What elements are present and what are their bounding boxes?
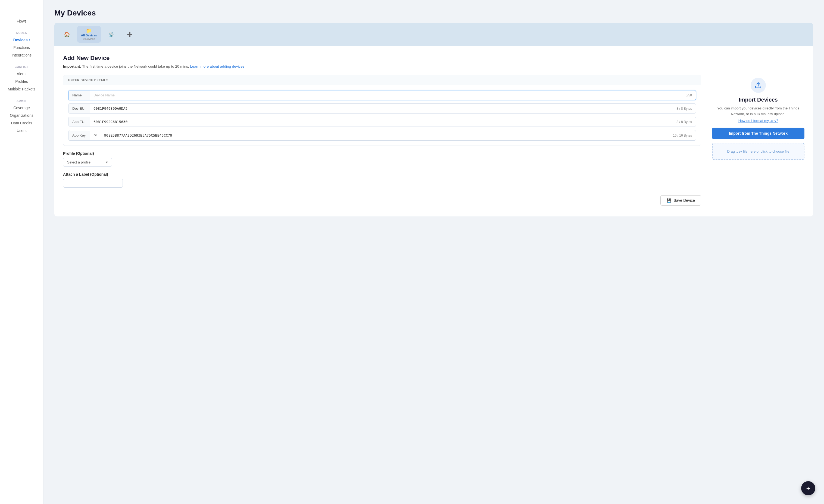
content-card: Add New Device Important: The first time… [55, 46, 813, 217]
name-label: Name [69, 91, 90, 100]
attach-label-section: Attach a Label (Optional) [63, 172, 701, 187]
app-key-label: App Key [69, 131, 90, 140]
sidebar-configs-section: CONFIGS Alerts Profiles Multiple Packets [0, 66, 43, 93]
sidebar-item-coverage[interactable]: Coverage [0, 104, 43, 112]
all-devices-sub: 0 Devices [83, 37, 95, 40]
sidebar-item-integrations[interactable]: Integrations [0, 51, 43, 59]
attach-label-input[interactable] [63, 179, 123, 187]
eye-icon[interactable]: 👁 [90, 130, 101, 140]
app-key-counter: 16 / 16 Bytes [669, 131, 696, 140]
sidebar-nodes-section: NODES Devices Functions Integrations [0, 31, 43, 59]
form-fields: Name 0/50 Dev EUI 8 / 8 Bytes [63, 85, 701, 146]
dev-eui-row: Dev EUI 8 / 8 Bytes [68, 104, 696, 114]
app-eui-row: App EUI 8 / 8 Bytes [68, 117, 696, 127]
profile-select[interactable]: Select a profile ▾ [63, 158, 112, 167]
chevron-down-icon: ▾ [106, 160, 108, 164]
sidebar-admin-section: ADMIN Coverage Organizations Data Credit… [0, 99, 43, 134]
sidebar-item-data-credits[interactable]: Data Credits [0, 119, 43, 127]
all-devices-nav-btn[interactable]: 📁 All Devices 0 Devices [77, 26, 101, 43]
sidebar-item-devices[interactable]: Devices [0, 36, 43, 44]
import-column: Import Devices You can import your devic… [712, 75, 804, 160]
signal-icon: 📡 [108, 32, 114, 37]
app-key-input[interactable] [101, 131, 669, 140]
app-eui-input[interactable] [90, 117, 673, 127]
import-csv-format-link[interactable]: How do I format my .csv? [738, 119, 778, 123]
subtitle-text: The first time a device joins the Networ… [81, 65, 189, 69]
upload-icon [755, 82, 762, 89]
profile-section: Profile (Optional) Select a profile ▾ [63, 151, 701, 167]
sidebar-item-alerts[interactable]: Alerts [0, 70, 43, 78]
two-col-layout: ENTER DEVICE DETAILS Name 0/50 Dev EUI [63, 75, 804, 206]
device-details-section: ENTER DEVICE DETAILS Name 0/50 Dev EUI [63, 75, 701, 146]
save-device-button[interactable]: 💾 Save Device [660, 195, 701, 206]
app-key-row: App Key 👁 16 / 16 Bytes [68, 130, 696, 141]
subtitle-bold: Important: [63, 65, 81, 69]
sidebar: Flows NODES Devices Functions Integratio… [0, 0, 43, 504]
sidebar-item-profiles[interactable]: Profiles [0, 78, 43, 85]
app-eui-label: App EUI [69, 117, 90, 127]
device-name-input[interactable] [90, 91, 682, 100]
all-devices-label: All Devices [81, 34, 97, 37]
save-icon: 💾 [666, 198, 671, 203]
card-subtitle: Important: The first time a device joins… [63, 65, 804, 69]
import-ttn-button[interactable]: Import from The Things Network [712, 128, 804, 139]
save-row: 💾 Save Device [63, 195, 701, 206]
csv-drop-zone[interactable]: Drag .csv file here or click to choose f… [712, 143, 804, 160]
subtitle-link[interactable]: Learn more about adding devices [190, 65, 244, 69]
dev-eui-counter: 8 / 8 Bytes [673, 104, 696, 113]
dev-eui-label: Dev EUI [69, 104, 90, 113]
sidebar-item-flows[interactable]: Flows [0, 17, 43, 25]
form-section-header: ENTER DEVICE DETAILS [63, 75, 701, 85]
app-eui-counter: 8 / 8 Bytes [673, 117, 696, 127]
import-title: Import Devices [739, 97, 778, 103]
form-column: ENTER DEVICE DETAILS Name 0/50 Dev EUI [63, 75, 701, 206]
main-content: My Devices 🏠 📁 All Devices 0 Devices 📡 ➕… [43, 0, 824, 504]
sidebar-item-organizations[interactable]: Organizations [0, 112, 43, 119]
sidebar-flows-section: Flows [0, 17, 43, 25]
device-name-row: Name 0/50 [68, 90, 696, 100]
folder-icon: 📁 [86, 28, 92, 33]
profile-label: Profile (Optional) [63, 151, 701, 156]
top-nav: 🏠 📁 All Devices 0 Devices 📡 ➕ [55, 23, 813, 46]
sidebar-configs-label: CONFIGS [0, 66, 43, 69]
add-nav-btn[interactable]: ➕ [121, 30, 138, 39]
sidebar-item-functions[interactable]: Functions [0, 44, 43, 51]
page-title: My Devices [55, 9, 813, 17]
import-icon-container [751, 78, 766, 93]
fab-button[interactable]: + [801, 481, 815, 495]
sidebar-item-multiple-packets[interactable]: Multiple Packets [0, 85, 43, 93]
plus-icon: ➕ [127, 32, 133, 37]
name-counter: 0/50 [682, 91, 696, 100]
signal-nav-btn[interactable]: 📡 [103, 30, 119, 39]
card-title: Add New Device [63, 54, 804, 61]
import-description: You can import your devices directly fro… [712, 106, 804, 117]
dev-eui-input[interactable] [90, 104, 673, 113]
profile-placeholder: Select a profile [67, 160, 91, 164]
save-button-label: Save Device [674, 198, 695, 203]
attach-label-label: Attach a Label (Optional) [63, 172, 701, 176]
home-icon: 🏠 [64, 32, 70, 37]
sidebar-admin-label: ADMIN [0, 99, 43, 102]
sidebar-item-users[interactable]: Users [0, 127, 43, 134]
sidebar-nodes-label: NODES [0, 31, 43, 34]
home-nav-btn[interactable]: 🏠 [59, 30, 75, 39]
